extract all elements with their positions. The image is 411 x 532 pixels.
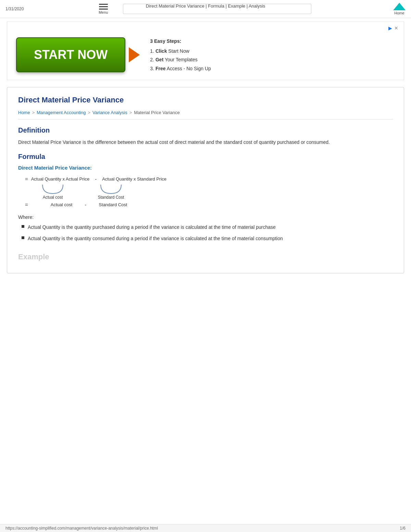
step3-bold: Free [155,66,166,71]
breadcrumb-management[interactable]: Management Accounting [37,110,86,115]
footer-url: https://accounting-simplified.com/manage… [5,526,158,531]
breadcrumb-sep2: > [88,110,90,115]
bullet-text-2: Actual Quantity is the quantity consumed… [28,235,283,242]
formula-minus1: - [95,176,97,182]
menu-button[interactable]: Menu [99,4,108,14]
brace-right-svg [96,184,126,195]
formula-part2: Actual Quantity x Standard Price [102,176,166,182]
start-now-label: START NOW [34,48,108,62]
ad-content: START NOW 3 Easy Steps: 1. Click Start N… [13,34,398,76]
definition-text: Direct Material Price Variance is the di… [18,138,393,146]
top-nav: 1/31/2020 Direct Material Price Variance… [0,0,411,18]
bullet-icon-2 [22,236,24,239]
formula-eq1: = [25,176,28,182]
breadcrumb: Home > Management Accounting > Variance … [18,110,393,120]
step3-line: 3. Free Access - No Sign Up [150,64,211,73]
footer-bar: https://accounting-simplified.com/manage… [0,524,411,532]
footer-page-num: 1/6 [400,526,406,531]
home-label: Home [394,11,404,15]
definition-heading: Definition [18,126,393,134]
breadcrumb-current: Material Price Variance [134,110,179,115]
page-title-bar: Direct Material Price Variance | Formula… [146,3,265,9]
brace-right: Standard Cost [96,184,126,200]
formula-heading: Formula [18,153,393,161]
where-text: Where: [18,214,393,220]
menu-label: Menu [99,10,108,14]
ad-controls: ▶ ✕ [13,25,398,31]
steps-title: 3 Easy Steps: [150,37,211,46]
example-heading: Example [18,252,393,261]
formula-eq2: = [25,202,28,208]
bullet-item-2: Actual Quantity is the quantity consumed… [22,235,393,242]
step1-num: 1. [150,47,154,55]
start-now-button[interactable]: START NOW [16,37,125,72]
formula-minus2: - [85,202,86,208]
brace-left-svg [37,184,68,195]
step1-line: 1. Click Start Now [150,47,211,55]
brace-left: Actual cost [37,184,68,200]
ad-close-icon[interactable]: ✕ [394,25,398,31]
formula-standard-cost-label: Standard Cost [99,202,127,207]
bullet-item-1: Actual Quantity is the quantity purchase… [22,223,393,231]
formula-actual-cost-label: Actual cost [51,202,73,207]
formula-part1: Actual Quantity x Actual Price [30,176,89,182]
step2-bold: Get [155,57,163,62]
breadcrumb-home[interactable]: Home [18,110,30,115]
date-label: 1/31/2020 [5,7,24,11]
step2-line: 2. Get Your Templates [150,55,211,64]
formula-container: = Actual Quantity x Actual Price - Actua… [25,176,393,208]
bullet-list: Actual Quantity is the quantity purchase… [22,223,393,242]
bullet-text-1: Actual Quantity is the quantity purchase… [28,223,276,231]
formula-line1: = Actual Quantity x Actual Price - Actua… [25,176,393,182]
step1-bold: Click [155,48,167,54]
advertisement: ▶ ✕ START NOW 3 Easy Steps: 1. Click Sta… [7,22,404,80]
brace-left-label: Actual cost [43,195,63,200]
home-icon [393,3,406,10]
formula-subheading: Direct Material Price Variance: [18,165,393,171]
home-button[interactable]: Home [393,3,406,15]
brace-right-label: Standard Cost [98,195,124,200]
bullet-icon-1 [22,225,24,228]
main-content: Direct Material Price Variance Home > Ma… [7,87,404,273]
breadcrumb-sep3: > [129,110,132,115]
formula-bottom-row: = Actual cost - Standard Cost [25,202,393,208]
ad-steps: 3 Easy Steps: 1. Click Start Now 2. Get … [150,37,211,73]
breadcrumb-variance[interactable]: Variance Analysis [92,110,127,115]
ad-play-icon[interactable]: ▶ [388,25,392,31]
arrow-icon [129,47,140,62]
formula-brackets-row: Actual cost Standard Cost [35,184,393,200]
page-heading: Direct Material Price Variance [18,96,393,104]
menu-icon [99,4,108,10]
breadcrumb-sep1: > [32,110,35,115]
step2-num: 2. [150,55,154,64]
step3-num: 3. [150,64,154,73]
